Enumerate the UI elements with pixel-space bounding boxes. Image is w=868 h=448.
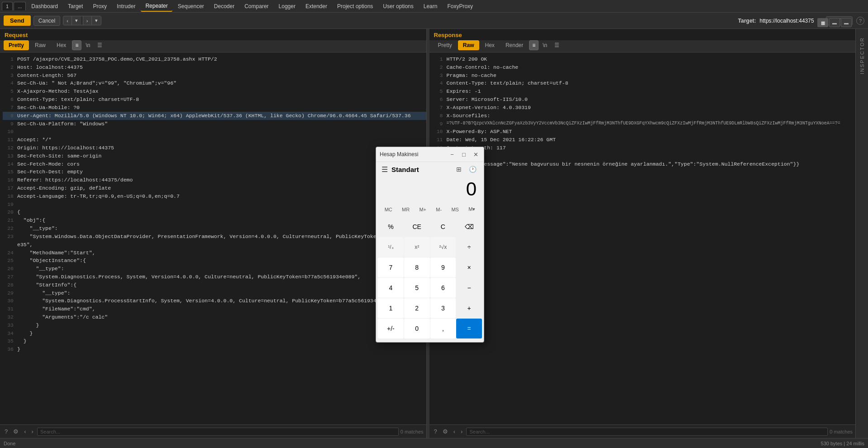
calc-btn-decimal[interactable]: , (430, 319, 456, 338)
calc-btn-7[interactable]: 7 (378, 257, 404, 277)
mem-mdown[interactable]: M▾ (466, 205, 478, 214)
calc-btn-percent[interactable]: % (378, 217, 404, 237)
calc-btn-9[interactable]: 9 (430, 257, 456, 277)
tab-render-resp[interactable]: Render (501, 40, 528, 50)
help-icon[interactable]: ? (856, 17, 864, 25)
tab-pretty-req[interactable]: Pretty (4, 40, 29, 50)
nav-logger[interactable]: Logger (274, 1, 300, 11)
prev-match-req[interactable]: ‹ (22, 427, 28, 436)
next-match-req[interactable]: › (30, 427, 35, 436)
settings-icon-resp[interactable]: ⚙ (441, 427, 450, 436)
nav-proxy[interactable]: Proxy (88, 1, 111, 11)
cancel-button[interactable]: Cancel (33, 16, 60, 26)
mem-mplus[interactable]: M+ (416, 205, 429, 214)
tab-raw-resp[interactable]: Raw (458, 40, 479, 50)
search-input-resp[interactable] (466, 428, 828, 436)
req-line-21: 21 "obj":{ (3, 216, 426, 224)
req-line-20: 20{ (3, 208, 426, 216)
nav-repeater[interactable]: Repeater (141, 1, 172, 12)
nav-target[interactable]: Target (63, 1, 87, 11)
tab-ellipsis[interactable]: ... (14, 2, 26, 10)
next-match-resp[interactable]: › (459, 427, 464, 436)
request-code-area[interactable]: 1POST /ajaxpro/CVE_2021_23758_POC.demo,C… (0, 52, 426, 424)
tab-icon-newline-req[interactable]: \n (82, 40, 93, 50)
tab-icon-menu-resp[interactable]: ☰ (551, 40, 563, 50)
tab-hex-req[interactable]: Hex (52, 40, 71, 50)
nav-dashboard[interactable]: Dashboard (27, 1, 62, 11)
nav-learn[interactable]: Learn (419, 1, 442, 11)
response-code-area[interactable]: 1HTTP/2 200 OK 2Cache-Control: no-cache … (429, 52, 856, 424)
view-split[interactable]: ▦ (817, 18, 828, 27)
next-dropdown[interactable]: ▾ (92, 16, 101, 25)
prev-dropdown[interactable]: ▾ (72, 16, 81, 25)
calc-btn-8[interactable]: 8 (404, 257, 430, 277)
req-line-13: 13Sec-Fetch-Site: same-origin (3, 152, 426, 160)
calc-btn-sqrt[interactable]: ²√x (430, 237, 456, 257)
tab-icon-wrap-req[interactable]: ≡ (72, 40, 81, 50)
match-count-req: 0 matches (401, 429, 424, 434)
nav-decoder[interactable]: Decoder (210, 1, 239, 11)
req-line-3: 3Content-Length: 567 (3, 71, 426, 80)
tab-icon-wrap-resp[interactable]: ≡ (529, 40, 539, 50)
calc-btn-4[interactable]: 4 (378, 278, 404, 298)
calc-title: Hesap Makinesi (380, 151, 445, 157)
mem-mc[interactable]: MC (382, 205, 395, 214)
calc-btn-reciprocal[interactable]: ¹/ₓ (378, 237, 404, 257)
tab-icon-menu-req[interactable]: ☰ (94, 40, 105, 50)
calc-btn-equals[interactable]: = (456, 319, 482, 338)
calc-btn-negate[interactable]: +/- (378, 319, 404, 338)
settings-icon-req[interactable]: ⚙ (11, 427, 20, 436)
nav-comparer[interactable]: Comparer (240, 1, 273, 11)
calc-close-button[interactable]: ✕ (471, 150, 480, 159)
calc-minimize-button[interactable]: − (448, 150, 457, 159)
calc-btn-c[interactable]: C (430, 217, 456, 237)
resp-line-2: 2Cache-Control: no-cache (432, 63, 856, 71)
prev-match-resp[interactable]: ‹ (452, 427, 457, 436)
calc-btn-ce[interactable]: CE (404, 217, 430, 237)
nav-project-options[interactable]: Project options (333, 1, 377, 11)
calc-btn-backspace[interactable]: ⌫ (456, 217, 482, 237)
calc-btn-multiply[interactable]: × (456, 257, 482, 277)
calc-btn-subtract[interactable]: − (456, 278, 482, 298)
status-left: Done (4, 441, 15, 446)
target-label: Target: (738, 18, 756, 24)
send-button[interactable]: Send (4, 15, 31, 26)
nav-sequencer[interactable]: Sequencer (173, 1, 209, 11)
req-line-23: 23 "System.Windows.Data.ObjectDataProvid… (3, 233, 426, 249)
calc-menu-icon[interactable]: ☰ (382, 165, 388, 174)
calc-btn-square[interactable]: x² (404, 237, 430, 257)
nav-extender[interactable]: Extender (301, 1, 332, 11)
search-input-req[interactable] (37, 428, 399, 436)
resp-line-14: 14{"error":{"Message":"Nesne bagvurusu b… (432, 160, 856, 168)
calc-maximize-button[interactable]: □ (459, 150, 468, 159)
help-icon-req[interactable]: ? (3, 427, 10, 436)
tab-raw-req[interactable]: Raw (30, 40, 51, 50)
req-line-26: 26 "__type": (3, 265, 426, 273)
prev-button[interactable]: ‹ (63, 16, 72, 25)
calc-btn-divide[interactable]: ÷ (456, 237, 482, 257)
calc-btn-5[interactable]: 5 (404, 278, 430, 298)
calc-btn-0[interactable]: 0 (404, 319, 430, 338)
mem-mminus[interactable]: M- (433, 205, 444, 214)
tab-hex-resp[interactable]: Hex (480, 40, 500, 50)
calc-history-icon[interactable]: 🕐 (467, 165, 478, 174)
help-icon-resp[interactable]: ? (432, 427, 439, 436)
mem-mr[interactable]: MR (399, 205, 412, 214)
view-vertical[interactable]: ▬ (841, 18, 852, 27)
tab-icon-newline-resp[interactable]: \n (539, 40, 550, 50)
next-button[interactable]: › (83, 16, 91, 25)
nav-foxy-proxy[interactable]: FoxyProxy (443, 1, 477, 11)
tab-pretty-resp[interactable]: Pretty (433, 40, 457, 50)
calc-btn-2[interactable]: 2 (404, 298, 430, 318)
tab-1[interactable]: 1 (2, 2, 13, 10)
calc-history-mode-icon[interactable]: ⊞ (454, 165, 463, 174)
calc-btn-add[interactable]: + (456, 298, 482, 318)
req-line-22: 22 "__type": (3, 224, 426, 233)
calc-btn-3[interactable]: 3 (430, 298, 456, 318)
calc-btn-1[interactable]: 1 (378, 298, 404, 318)
calc-btn-6[interactable]: 6 (430, 278, 456, 298)
nav-intruder[interactable]: Intruder (112, 1, 140, 11)
nav-user-options[interactable]: User options (378, 1, 418, 11)
mem-ms[interactable]: MS (448, 205, 462, 214)
view-horizontal[interactable]: ▬ (829, 18, 840, 27)
